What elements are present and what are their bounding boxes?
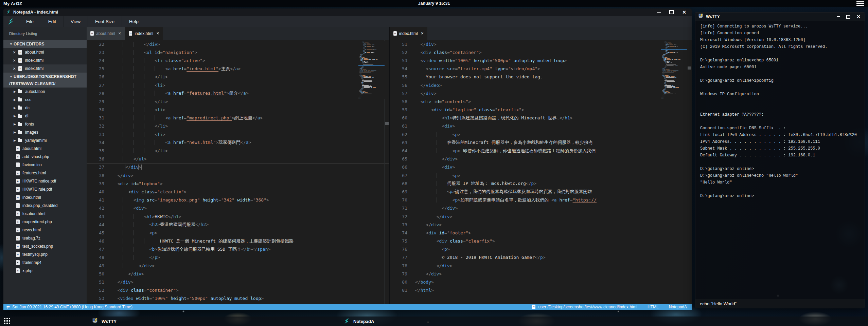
open-editor-item[interactable]: ✕‹›index.html (3, 64, 87, 73)
file-item[interactable]: ‹›news.html (3, 226, 87, 234)
chevron-right-icon[interactable]: ▶ (14, 114, 18, 118)
close-icon[interactable]: ✕ (156, 32, 159, 35)
notepada-titlebar[interactable]: NotepadA - index.html ✕ (3, 8, 692, 16)
file-item[interactable]: AHKWTC notice.pdf (3, 177, 87, 185)
code-line[interactable]: 51 </div> (390, 40, 692, 48)
code-line[interactable]: 70 <p>如有問題或需要申請白名單，歡迎加入我們的 <a href="http… (390, 196, 692, 204)
chevron-right-icon[interactable]: ▶ (14, 98, 18, 101)
minimap[interactable] (661, 41, 687, 99)
code-line[interactable]: 55 Your browser does not support the vid… (390, 73, 692, 81)
menu-item-font-size[interactable]: Font Size (88, 16, 122, 27)
folder-item-images[interactable]: ▶images (3, 128, 87, 136)
code-line[interactable]: 30 <li> (87, 106, 389, 114)
close-icon[interactable]: ✕ (13, 67, 16, 71)
taskbar-item-notepada[interactable]: NotepadA (344, 317, 374, 326)
folder-item-yamiyamimi[interactable]: ▶yamiyamimi (3, 136, 87, 145)
workspace-folder-section[interactable]: ▼USER:/DESKTOP/SCREENSHOT (3, 73, 87, 81)
close-icon[interactable]: ✕ (682, 11, 686, 14)
code-line[interactable]: 76 <p> (390, 245, 692, 253)
chevron-right-icon[interactable]: ▶ (14, 106, 18, 110)
code-line[interactable]: 75 <div class="clearfix"> (390, 237, 692, 245)
folder-item-dc[interactable]: ▶dc (3, 104, 87, 112)
folder-item-fonts[interactable]: ▶fonts (3, 120, 87, 128)
wstty-titlebar[interactable]: WsTTY ✕ (695, 13, 865, 21)
file-item[interactable]: zteabag.7z (3, 234, 87, 242)
code-line[interactable]: 68 伺服器 IP 地址為： mcs.hkwtc.org</p> (390, 179, 692, 188)
code-line[interactable]: 64 <p> 即使你不是建築師，你也能透過紅石師或鐵路工程師的身份加入我們 (390, 147, 692, 155)
file-item[interactable]: ‹›features.html (3, 169, 87, 177)
chevron-right-icon[interactable]: ▶ (14, 139, 18, 142)
code-line[interactable]: 39 <div id="topbox"> (87, 179, 389, 188)
close-icon[interactable]: ✕ (13, 59, 16, 62)
code-line[interactable]: 73 </div> (390, 220, 692, 229)
chevron-right-icon[interactable]: ▶ (14, 90, 18, 93)
code-line[interactable]: 61 <div> (390, 122, 692, 130)
code-line[interactable]: 69 <p>請注意，我們的伺服器為確保玩家及遊玩時的質素，我們對的服器開啟 (390, 188, 692, 196)
code-line[interactable]: 35 </li> (87, 147, 389, 155)
maximize-icon[interactable] (846, 15, 850, 19)
code-line[interactable]: 59 <div id="tagline" class="clearfix"> (390, 106, 692, 114)
code-line[interactable]: 47 <b>你知道我們全線伺服器已轉用 SSD 了嗎？</b></span> (87, 245, 389, 253)
code-line[interactable]: 27 <li> (87, 81, 389, 89)
code-line[interactable]: 49 </div> (87, 262, 389, 270)
code-line[interactable]: 43 <h1>HKWTC</h1> (87, 212, 389, 220)
file-item[interactable]: index.php_disabled (3, 202, 87, 210)
file-item[interactable]: ‹›location.html (3, 210, 87, 218)
code-line[interactable]: 67 <p> (390, 171, 692, 179)
code-line[interactable]: 62 <p> (390, 130, 692, 138)
code-line[interactable]: 57 </div> (390, 89, 692, 97)
code-line[interactable]: 33 <li> (87, 130, 389, 138)
terminal-input[interactable]: echo "Hello World" (695, 299, 865, 308)
code-line[interactable]: 80</body> (390, 278, 692, 286)
code-line[interactable]: 41 <img src="images/box.png" height="342… (87, 196, 389, 204)
folder-item-dl[interactable]: ▶dl (3, 112, 87, 120)
minimize-icon[interactable] (837, 16, 840, 17)
code-line[interactable]: 31 <a href="mapredirect.php">網上地圖</a> (87, 114, 389, 122)
close-icon[interactable]: ✕ (856, 15, 861, 18)
code-line[interactable]: 54 <source src="trailer.mp4" type="video… (390, 65, 692, 73)
code-line[interactable]: 51 </div> (87, 278, 389, 286)
menu-item-view[interactable]: View (63, 16, 88, 27)
code-line[interactable]: 26 </li> (87, 73, 389, 81)
code-line[interactable]: 38 </div> (87, 171, 389, 179)
folder-item-css[interactable]: ▶css (3, 96, 87, 104)
menu-item-help[interactable]: Help (122, 16, 146, 27)
code-line[interactable]: 45 <p> (87, 229, 389, 237)
file-item[interactable]: ‹›index.html (3, 193, 87, 202)
file-item[interactable]: favicon.ico (3, 161, 87, 169)
code-line[interactable]: 79 </div> (390, 270, 692, 278)
file-item[interactable]: AHKWTC rule.pdf (3, 185, 87, 193)
code-editor-right[interactable]: 51 </div>52 <div class="container">53 <v… (390, 40, 692, 304)
code-line[interactable]: 48 </p> (87, 253, 389, 262)
file-item[interactable]: ▸trailer.mp4 (3, 258, 87, 267)
hamburger-icon[interactable] (856, 1, 864, 6)
code-line[interactable]: 25 <a href="index.html">主頁</a> (87, 65, 389, 73)
code-line[interactable]: 44 <h2>香港的建築伺服器</h2> (87, 220, 389, 229)
menu-item-edit[interactable]: Edit (41, 16, 63, 27)
code-line[interactable]: 52 <div class="container"> (390, 48, 692, 56)
code-line[interactable]: 66 <div> (390, 163, 692, 171)
code-line[interactable]: 52 <div class="container"> (87, 286, 389, 294)
code-line[interactable]: 28 <a href="features.html">簡介</a> (87, 89, 389, 97)
code-line[interactable]: 78 </div> (390, 262, 692, 270)
code-line[interactable]: 46 HKWTC 是一個 Minecraft 的建築伺服器，主要建築計劃包括鐵路 (87, 237, 389, 245)
apps-grid-icon[interactable] (4, 318, 11, 325)
taskbar-item-wstty[interactable]: WsTTY (92, 317, 117, 326)
code-line[interactable]: 22 </div> (87, 40, 389, 48)
code-line[interactable]: 72 </div> (390, 212, 692, 220)
tab-index.html[interactable]: ‹›index.html✕ (390, 27, 427, 40)
code-line[interactable]: 60 <h1>特別為建築及鐵路而設，現代化的 Minecraft 世界.</h1… (390, 114, 692, 122)
code-line[interactable]: 63 在香港的Minecraft 伺服器中，多為小遊戲和純生存的伺服器，較少擁有 (390, 138, 692, 147)
file-item[interactable]: ‹›testmysql.php (3, 250, 87, 258)
code-line[interactable]: 65 </div> (390, 155, 692, 163)
file-item[interactable]: ‹›x.php (3, 267, 87, 275)
code-line[interactable]: 24 <li class="active"> (87, 56, 389, 64)
tab-about.html[interactable]: ‹›about.html✕ (87, 27, 125, 40)
open-editor-item[interactable]: ✕‹›about.html (3, 48, 87, 56)
code-line[interactable]: 74 <div id="footer"> (390, 229, 692, 237)
open-editors-section[interactable]: ▼OPEN EDITORS (3, 40, 87, 48)
code-line[interactable]: 36 </ul> (87, 155, 389, 163)
code-line[interactable]: 56 </video> (390, 81, 692, 89)
code-line[interactable]: 50 </div> (87, 270, 389, 278)
file-item[interactable]: ‹›test_sockets.php (3, 242, 87, 250)
